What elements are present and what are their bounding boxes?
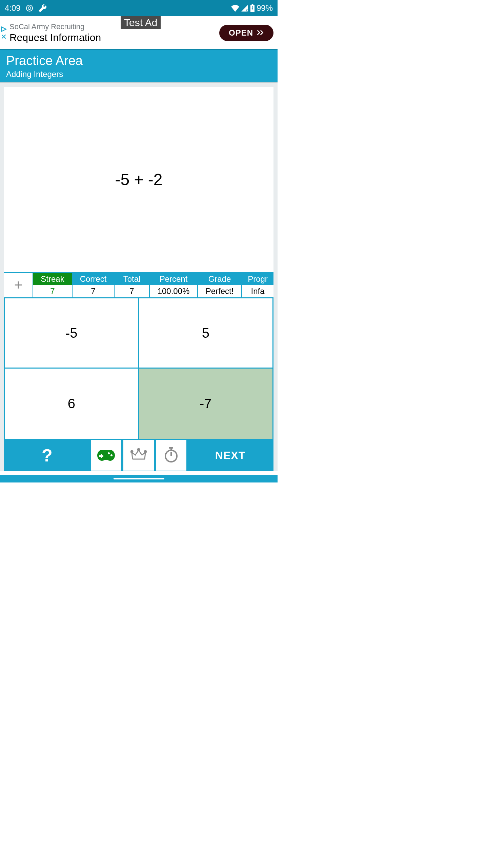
status-bar: 4:09 99% — [0, 0, 278, 16]
svg-point-0 — [26, 5, 33, 11]
next-button[interactable]: NEXT — [187, 449, 273, 462]
stat-correct: Correct 7 — [73, 273, 115, 297]
stat-correct-value: 7 — [73, 285, 114, 297]
answer-grid: -5 5 6 -7 — [4, 298, 273, 440]
stat-streak-value: 7 — [33, 285, 72, 297]
help-label: ? — [42, 445, 53, 466]
signal-icon — [241, 4, 248, 12]
content-area: -5 + -2 + Streak 7 Correct 7 Total 7 Per… — [0, 83, 278, 471]
page-header: Practice Area Adding Integers — [0, 50, 278, 83]
chevrons-right-icon — [257, 28, 264, 38]
bottom-bar: ? NEX — [4, 440, 273, 471]
ad-open-button[interactable]: OPEN — [219, 25, 273, 41]
leaderboard-button[interactable] — [123, 440, 154, 471]
answer-2-text: 6 — [68, 396, 75, 411]
sync-icon — [25, 4, 34, 12]
page-title: Practice Area — [6, 54, 271, 68]
wifi-icon — [231, 4, 240, 12]
stat-progress: Progr Infa — [242, 273, 273, 297]
question-expression: -5 + -2 — [115, 170, 162, 189]
stat-total: Total 7 — [115, 273, 150, 297]
stat-grade: Grade Perfect! — [198, 273, 242, 297]
crown-icon — [130, 448, 147, 463]
timer-button[interactable] — [156, 440, 186, 471]
adchoices-icon[interactable] — [1, 26, 7, 40]
ad-advertiser: SoCal Army Recruiting — [9, 22, 219, 31]
ad-headline: Request Information — [9, 32, 219, 43]
bottom-icon-group — [90, 440, 187, 471]
svg-point-4 — [108, 452, 110, 454]
stat-grade-value: Perfect! — [198, 285, 241, 297]
next-label: NEXT — [215, 449, 245, 462]
android-nav-bar — [0, 475, 278, 482]
answer-0-text: -5 — [65, 326, 78, 341]
stat-percent: Percent 100.00% — [150, 273, 198, 297]
stat-correct-label: Correct — [73, 273, 114, 285]
stat-streak: Streak 7 — [33, 273, 73, 297]
status-battery-pct: 99% — [257, 3, 273, 13]
answer-option-0[interactable]: -5 — [5, 298, 139, 369]
stats-table: + Streak 7 Correct 7 Total 7 Percent 100… — [4, 272, 273, 298]
game-mode-button[interactable] — [91, 440, 121, 471]
svg-rect-7 — [99, 455, 103, 457]
answer-option-1[interactable]: 5 — [139, 298, 273, 369]
status-right: 99% — [231, 3, 273, 13]
stat-progress-label: Progr — [242, 273, 273, 285]
answer-option-3[interactable]: -7 — [139, 369, 273, 439]
ad-open-label: OPEN — [229, 28, 253, 38]
plus-icon: + — [14, 277, 23, 293]
stat-total-value: 7 — [115, 285, 149, 297]
stat-percent-label: Percent — [150, 273, 197, 285]
stat-total-label: Total — [115, 273, 149, 285]
stat-progress-value: Infa — [242, 285, 273, 297]
test-ad-tag: Test Ad — [121, 16, 161, 29]
help-button[interactable]: ? — [4, 445, 90, 466]
answer-3-text: -7 — [200, 396, 212, 411]
stat-streak-label: Streak — [33, 273, 72, 285]
stat-grade-label: Grade — [198, 273, 241, 285]
battery-icon — [250, 4, 255, 12]
question-area: -5 + -2 — [4, 87, 273, 272]
answer-1-text: 5 — [202, 326, 209, 341]
status-left: 4:09 — [5, 3, 47, 13]
stopwatch-icon — [164, 447, 179, 464]
wrench-icon — [38, 4, 47, 13]
svg-point-8 — [131, 451, 133, 453]
ad-banner[interactable]: SoCal Army Recruiting Request Informatio… — [0, 16, 278, 50]
gamepad-icon — [97, 449, 115, 462]
page-subtitle: Adding Integers — [6, 70, 271, 79]
expand-stats-button[interactable]: + — [4, 273, 33, 297]
svg-rect-3 — [252, 4, 253, 5]
ad-text-block: SoCal Army Recruiting Request Informatio… — [9, 22, 219, 43]
practice-card: -5 + -2 + Streak 7 Correct 7 Total 7 Per… — [4, 87, 273, 471]
answer-option-2[interactable]: 6 — [5, 369, 139, 439]
svg-point-5 — [110, 454, 113, 456]
stat-percent-value: 100.00% — [150, 285, 197, 297]
status-time: 4:09 — [5, 3, 21, 13]
svg-point-10 — [144, 451, 146, 453]
svg-point-9 — [138, 449, 140, 451]
